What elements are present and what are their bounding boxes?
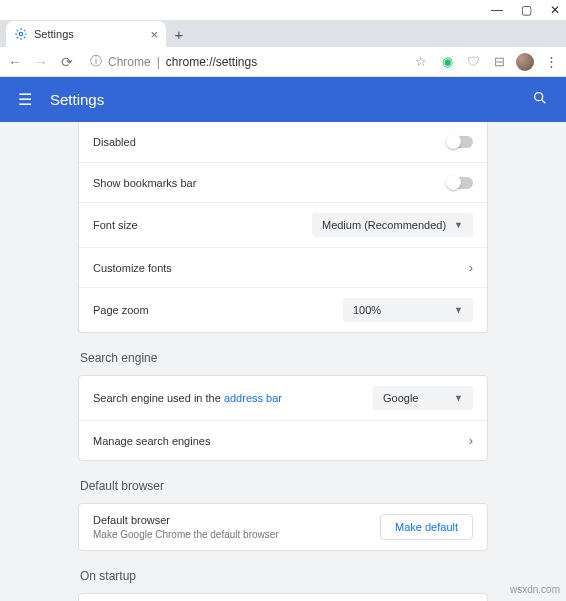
- url-host: Chrome: [108, 55, 151, 69]
- close-window-button[interactable]: ✕: [550, 3, 560, 17]
- select-value: 100%: [353, 304, 381, 316]
- chevron-right-icon: ›: [469, 434, 473, 448]
- extension-icon-2[interactable]: ⊟: [490, 53, 508, 71]
- extension-icon[interactable]: ◉: [438, 53, 456, 71]
- chevron-down-icon: ▼: [454, 305, 463, 315]
- page-title: Settings: [50, 91, 532, 108]
- site-info-icon[interactable]: ⓘ: [90, 53, 102, 70]
- svg-point-1: [535, 93, 543, 101]
- minimize-button[interactable]: —: [491, 3, 503, 17]
- menu-dots-icon[interactable]: ⋮: [542, 53, 560, 71]
- search-engine-select[interactable]: Google ▼: [373, 386, 473, 410]
- settings-content: Disabled Show bookmarks bar Font size Me…: [0, 122, 566, 601]
- new-tab-button[interactable]: +: [166, 21, 192, 47]
- setting-row-font-size: Font size Medium (Recommended) ▼: [79, 202, 487, 247]
- setting-label: Search engine used in the address bar: [93, 392, 373, 404]
- make-default-button[interactable]: Make default: [380, 514, 473, 540]
- font-size-select[interactable]: Medium (Recommended) ▼: [312, 213, 473, 237]
- select-value: Google: [383, 392, 418, 404]
- setting-row-page-zoom: Page zoom 100% ▼: [79, 287, 487, 332]
- setting-row-disabled[interactable]: Disabled: [79, 122, 487, 162]
- setting-row-bookmarks[interactable]: Show bookmarks bar: [79, 162, 487, 202]
- browser-tab[interactable]: Settings ×: [6, 21, 166, 47]
- hamburger-icon[interactable]: ☰: [18, 90, 32, 109]
- gear-icon: [14, 27, 28, 41]
- profile-avatar[interactable]: [516, 53, 534, 71]
- section-title-startup: On startup: [80, 569, 488, 583]
- address-bar[interactable]: ⓘ Chrome | chrome://settings: [84, 51, 404, 73]
- toggle-switch[interactable]: [447, 136, 473, 148]
- setting-label: Manage search engines: [93, 435, 469, 447]
- shield-icon[interactable]: 🛡: [464, 53, 482, 71]
- close-tab-icon[interactable]: ×: [150, 27, 158, 42]
- back-button[interactable]: ←: [6, 54, 24, 70]
- setting-label: Customize fonts: [93, 262, 469, 274]
- page-zoom-select[interactable]: 100% ▼: [343, 298, 473, 322]
- setting-label: Font size: [93, 219, 312, 231]
- setting-label: Show bookmarks bar: [93, 177, 447, 189]
- toggle-switch[interactable]: [447, 177, 473, 189]
- setting-row-manage-search[interactable]: Manage search engines ›: [79, 420, 487, 460]
- chevron-down-icon: ▼: [454, 393, 463, 403]
- browser-toolbar: ← → ⟳ ⓘ Chrome | chrome://settings ☆ ◉ 🛡…: [0, 47, 566, 77]
- search-engine-card: Search engine used in the address bar Go…: [78, 375, 488, 461]
- svg-point-0: [19, 32, 23, 36]
- chevron-down-icon: ▼: [454, 220, 463, 230]
- chevron-right-icon: ›: [469, 261, 473, 275]
- maximize-button[interactable]: ▢: [521, 3, 532, 17]
- select-value: Medium (Recommended): [322, 219, 446, 231]
- forward-button[interactable]: →: [32, 54, 50, 70]
- tab-strip: Settings × +: [0, 20, 566, 47]
- setting-row-search-engine: Search engine used in the address bar Go…: [79, 376, 487, 420]
- settings-header: ☰ Settings: [0, 77, 566, 122]
- setting-row-customize-fonts[interactable]: Customize fonts ›: [79, 247, 487, 287]
- tab-title: Settings: [34, 28, 74, 40]
- svg-line-2: [542, 100, 546, 104]
- setting-row-default-browser: Default browser Make Google Chrome the d…: [79, 504, 487, 550]
- radio-option-new-tab[interactable]: Open the New Tab page: [79, 594, 487, 601]
- address-bar-link[interactable]: address bar: [224, 392, 282, 404]
- reload-button[interactable]: ⟳: [58, 54, 76, 70]
- setting-label: Page zoom: [93, 304, 343, 316]
- appearance-card: Disabled Show bookmarks bar Font size Me…: [78, 122, 488, 333]
- setting-label: Default browser Make Google Chrome the d…: [93, 514, 380, 540]
- watermark: wsxdn.com: [510, 584, 560, 595]
- bookmark-star-icon[interactable]: ☆: [412, 53, 430, 71]
- setting-label: Disabled: [93, 136, 447, 148]
- window-titlebar: — ▢ ✕: [0, 0, 566, 20]
- url-path: chrome://settings: [166, 55, 257, 69]
- section-title-search: Search engine: [80, 351, 488, 365]
- default-browser-card: Default browser Make Google Chrome the d…: [78, 503, 488, 551]
- search-icon[interactable]: [532, 90, 548, 109]
- startup-card: Open the New Tab page Continue where you…: [78, 593, 488, 601]
- section-title-default-browser: Default browser: [80, 479, 488, 493]
